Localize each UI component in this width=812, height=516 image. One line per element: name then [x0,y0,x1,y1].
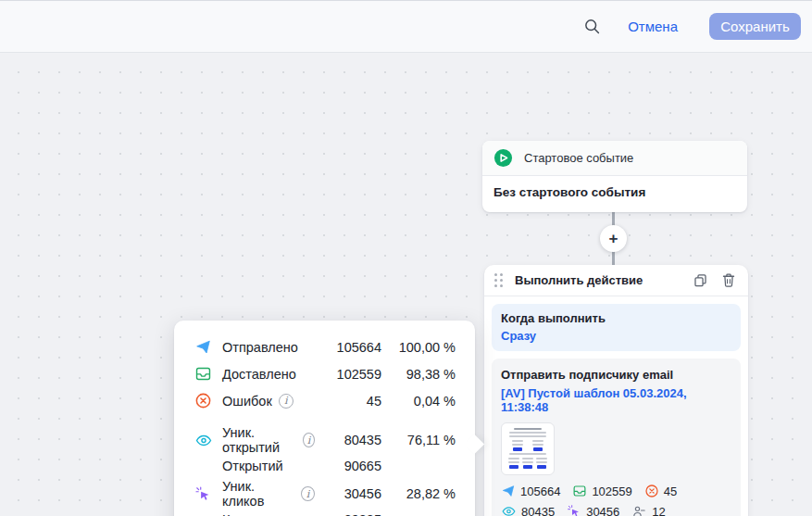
add-step-button[interactable]: + [600,225,627,252]
sent-stat: 105664 [501,484,560,498]
send-icon [501,484,516,498]
inbox-icon [194,365,212,383]
drag-handle-icon[interactable] [494,273,503,287]
start-event-subtitle[interactable]: Без стартового события [482,176,747,208]
cancel-button[interactable]: Отмена [628,19,678,34]
play-icon [493,148,513,168]
info-icon[interactable] [279,394,294,409]
start-event-header: Стартовое событие [482,141,747,176]
stats-chip-row-1: 105664 102559 45 [501,484,731,498]
tooltip-arrow [465,434,484,454]
error-icon [194,392,212,409]
duplicate-icon[interactable] [693,272,709,289]
cursor-click-icon [567,504,581,516]
delete-icon[interactable] [721,272,738,289]
info-icon[interactable] [301,486,315,501]
send-icon [194,338,212,356]
template-link[interactable]: [AV] Пустой шаблон 05.03.2024, 11:38:48 [501,386,731,414]
unique-opens-stat: 80435 [501,504,555,516]
when-value-link[interactable]: Сразу [501,329,731,343]
action-node-title: Выполнить действие [515,273,681,287]
eye-icon [194,432,213,449]
error-icon [644,484,659,498]
errors-stat: 45 [644,484,677,498]
action-node-header: Выполнить действие [484,265,748,296]
stat-row-errors: Ошибок 45 0,04 % [194,387,456,414]
unsubscribed-stat: 12 [631,504,665,516]
stats-tooltip: Отправлено 105664 100,00 % Доставлено 10… [174,321,475,516]
stat-row-opens: Открытий 90665 [194,452,456,479]
inbox-icon [572,484,587,498]
cursor-click-icon [194,485,212,503]
info-icon[interactable] [303,433,315,447]
flow-canvas[interactable]: + Стартовое событие Без стартового событ… [0,54,812,516]
stat-row-sent: Отправлено 105664 100,00 % [194,334,456,360]
start-event-title: Стартовое событие [524,151,633,165]
stat-row-unique-clicks: Уник. кликов 30456 28,82 % [194,479,456,506]
when-label: Когда выполнить [501,311,731,325]
top-toolbar: Отмена Сохранить [0,0,812,53]
eye-icon [501,504,517,516]
template-thumbnail[interactable] [501,422,555,475]
unique-clicks-stat: 30456 [567,504,619,516]
when-block: Когда выполнить Сразу [492,304,741,351]
email-action-label: Отправить подписчику email [501,368,731,382]
email-action-block: Отправить подписчику email [AV] Пустой ш… [492,359,741,516]
start-event-node[interactable]: Стартовое событие Без стартового события [482,141,747,212]
delivered-stat: 102559 [572,484,631,498]
stat-row-delivered: Доставлено 102559 98,38 % [194,360,456,387]
person-minus-icon [631,504,647,516]
stats-chip-row-2: 80435 30456 12 [501,504,731,516]
save-button[interactable]: Сохранить [709,13,801,40]
search-icon[interactable] [581,17,602,37]
stat-row-unique-opens: Уник. открытий 80435 76,11 % [194,425,456,452]
action-node: Выполнить действие Когда выполнить Сразу… [484,265,748,516]
